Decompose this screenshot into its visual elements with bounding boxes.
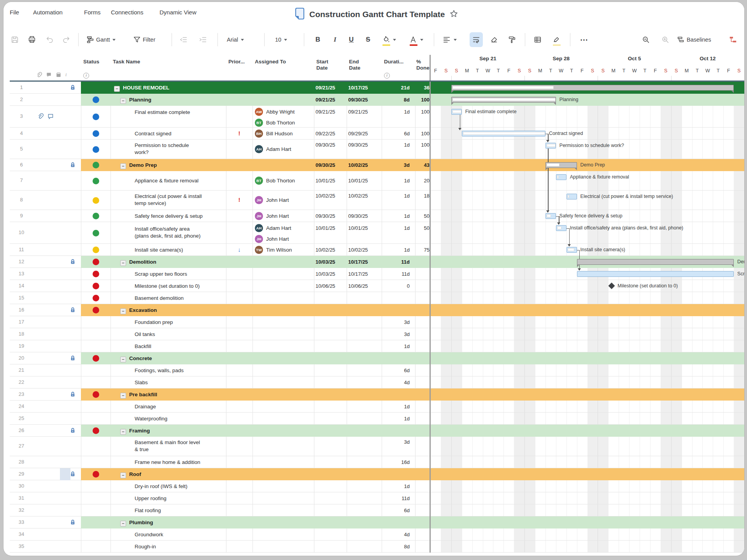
duration-cell[interactable]: 3d — [382, 319, 410, 325]
duration-cell[interactable]: 3d — [382, 331, 410, 337]
status-ball-green[interactable] — [93, 213, 99, 219]
assignee[interactable]: BTBob Thorton — [255, 177, 295, 185]
pct-done-cell[interactable]: 36 — [415, 85, 430, 91]
start-date-cell[interactable]: 10/03/25 — [316, 271, 335, 277]
row-number[interactable]: 15 — [10, 295, 33, 301]
end-date-cell[interactable]: 10/01/25 — [348, 225, 368, 231]
zoom-in-button[interactable] — [661, 32, 670, 47]
duration-info-icon[interactable]: i — [384, 73, 390, 79]
column-header-task[interactable]: Task Name — [113, 59, 140, 65]
duration-cell[interactable]: 0 — [382, 283, 410, 289]
assignee[interactable]: JHJohn Hart — [255, 235, 289, 243]
column-header-start[interactable]: Start Date — [316, 59, 334, 71]
start-date-cell[interactable]: 10/06/25 — [316, 283, 335, 289]
status-ball-blue[interactable] — [93, 114, 99, 120]
duration-cell[interactable]: 1d — [382, 178, 410, 184]
task-name-cell[interactable]: Safety fence delivery & setup — [135, 213, 203, 220]
pct-done-cell[interactable]: 100 — [415, 97, 430, 103]
status-ball-red[interactable] — [93, 259, 99, 265]
priority-exclamation[interactable]: ! — [226, 130, 253, 136]
task-name-cell[interactable]: Dry-in roof (IWS & felt) — [135, 483, 188, 490]
duration-cell[interactable]: 1d — [382, 483, 410, 489]
align-left-button[interactable] — [442, 32, 457, 47]
menu-item-automation[interactable]: Automation — [33, 9, 63, 16]
attachment-column-icon[interactable] — [36, 72, 42, 79]
pct-done-cell[interactable]: 20 — [415, 178, 430, 184]
gantt-bar-summary[interactable] — [577, 259, 734, 265]
duration-cell[interactable]: 1d — [382, 225, 410, 231]
status-ball-blue[interactable] — [93, 146, 99, 153]
end-date-cell[interactable]: 10/17/25 — [348, 259, 368, 265]
row-number[interactable]: 17 — [10, 319, 33, 325]
undo-button[interactable] — [46, 32, 54, 47]
row-number[interactable]: 1 — [10, 84, 33, 90]
duration-cell[interactable]: 8d — [382, 97, 410, 103]
start-date-cell[interactable]: 09/30/25 — [316, 162, 335, 168]
task-name-cell[interactable]: Scrap upper two floors — [135, 271, 187, 278]
status-ball-red[interactable] — [93, 295, 99, 301]
task-name-cell[interactable]: Milestone (set duration to 0) — [135, 283, 200, 290]
row-number[interactable]: 30 — [10, 483, 33, 489]
row-number[interactable]: 31 — [10, 495, 33, 501]
pct-done-cell[interactable]: 50 — [415, 225, 430, 231]
underline-button[interactable]: U — [347, 32, 355, 47]
end-date-cell[interactable]: 10/17/25 — [348, 85, 368, 91]
collapse-toggle-icon[interactable]: − — [120, 357, 126, 362]
duration-cell[interactable]: 11d — [382, 259, 410, 265]
row-number[interactable]: 33 — [10, 519, 33, 525]
duration-cell[interactable]: 3d — [382, 162, 410, 168]
task-name-cell[interactable]: −Framing — [120, 427, 150, 435]
baselines-button[interactable]: Baselines — [677, 32, 711, 47]
task-name-cell[interactable]: Electrical (cut power & installtemp serv… — [135, 193, 202, 207]
row-number[interactable]: 23 — [10, 391, 33, 397]
start-date-cell[interactable]: 10/03/25 — [316, 259, 335, 265]
status-info-icon[interactable]: i — [83, 73, 89, 79]
fill-color-button[interactable] — [382, 32, 396, 47]
task-name-cell[interactable]: Backfill — [135, 343, 151, 350]
row-number[interactable]: 28 — [10, 459, 33, 465]
row-number[interactable]: 26 — [10, 427, 33, 433]
highlighter-button[interactable] — [552, 32, 561, 47]
attachment-icon[interactable] — [37, 113, 44, 121]
row-number[interactable]: 9 — [10, 213, 33, 219]
row-number[interactable]: 5 — [10, 146, 33, 152]
task-name-cell[interactable]: −Demo Prep — [120, 162, 157, 169]
duration-cell[interactable]: 1d — [382, 213, 410, 219]
status-ball-red[interactable] — [93, 427, 99, 434]
table-button[interactable] — [533, 32, 542, 47]
task-name-cell[interactable]: −Planning — [120, 96, 151, 104]
column-header-assigned[interactable]: Assigned To — [255, 59, 286, 65]
menu-item-dynamic-view[interactable]: Dynamic View — [160, 9, 196, 16]
status-ball-red[interactable] — [93, 391, 99, 398]
duration-cell[interactable]: 4d — [382, 532, 410, 537]
zoom-out-button[interactable] — [642, 32, 650, 47]
end-date-cell[interactable]: 10/06/25 — [348, 283, 368, 289]
column-header-priority[interactable]: Prior... — [228, 59, 251, 65]
task-name-cell[interactable]: Rough-in — [135, 543, 156, 550]
start-date-cell[interactable]: 10/01/25 — [316, 225, 335, 231]
duration-cell[interactable]: 4d — [382, 380, 410, 385]
duration-cell[interactable]: 11d — [382, 495, 410, 501]
assignee[interactable]: BTBob Thorton — [255, 119, 295, 127]
gantt-bar-task[interactable] — [545, 143, 556, 149]
fontsize-button[interactable]: 10 — [275, 32, 287, 47]
more-button[interactable]: ⋯ — [580, 32, 588, 47]
status-ball-green[interactable] — [93, 178, 99, 184]
task-name-cell[interactable]: Flat roofing — [135, 507, 161, 514]
comment-column-icon[interactable] — [46, 72, 52, 79]
start-date-cell[interactable]: 09/30/25 — [316, 213, 335, 219]
pct-done-cell[interactable]: 100 — [415, 131, 430, 136]
priority-down-arrow[interactable]: ↓ — [226, 246, 253, 253]
duration-cell[interactable]: 1d — [382, 416, 410, 422]
critical-path-button[interactable] — [729, 32, 737, 47]
row-number[interactable]: 7 — [10, 177, 33, 183]
task-name-cell[interactable]: Basement & main floor level& true — [135, 439, 200, 453]
task-name-cell[interactable]: Final estimate complete — [135, 109, 190, 116]
row-number[interactable]: 21 — [10, 367, 33, 373]
wrap-text-button[interactable] — [470, 32, 483, 47]
end-date-cell[interactable]: 10/02/25 — [348, 247, 368, 253]
start-date-cell[interactable]: 10/02/25 — [316, 193, 335, 199]
collapse-toggle-icon[interactable]: − — [120, 521, 126, 527]
row-number[interactable]: 12 — [10, 259, 33, 264]
column-header-end[interactable]: End Date — [349, 59, 367, 71]
